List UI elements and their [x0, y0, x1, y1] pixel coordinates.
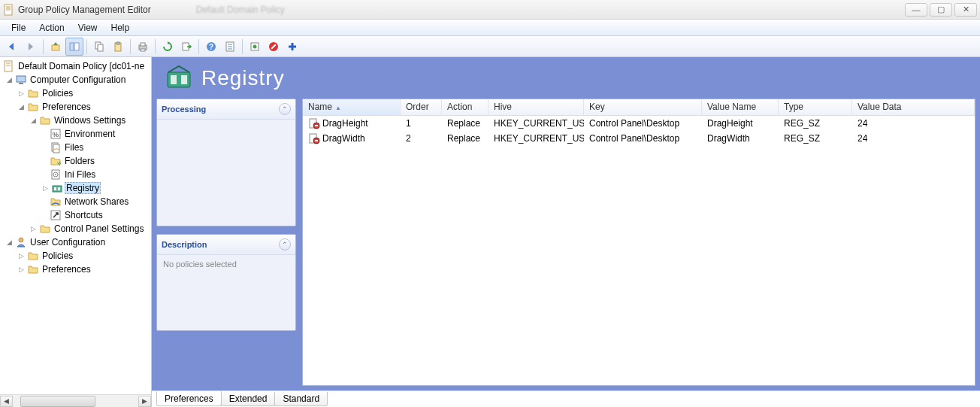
content-title: Registry — [201, 66, 285, 90]
col-name[interactable]: Name▲ — [303, 99, 401, 115]
tree-files[interactable]: Files — [2, 141, 150, 154]
window-title: Group Policy Management Editor — [18, 5, 151, 15]
tree-shortcuts[interactable]: Shortcuts — [2, 208, 150, 222]
minimize-button[interactable]: — — [905, 3, 927, 17]
col-action[interactable]: Action — [442, 99, 488, 115]
tree-root[interactable]: Default Domain Policy [dc01-ne — [2, 59, 150, 73]
scroll-thumb[interactable] — [20, 396, 95, 407]
collapse-icon[interactable]: ◢ — [17, 103, 26, 111]
col-valuedata[interactable]: Value Data — [852, 99, 975, 115]
up-button[interactable] — [47, 38, 65, 56]
col-type[interactable]: Type — [779, 99, 852, 115]
description-title: Description — [162, 240, 207, 249]
col-valuename[interactable]: Value Name — [702, 99, 779, 115]
col-hive[interactable]: Hive — [488, 99, 584, 115]
back-button[interactable] — [3, 38, 21, 56]
cell-order: 1 — [401, 118, 442, 129]
tree-windows-settings[interactable]: ◢ Windows Settings — [2, 114, 150, 127]
options-button[interactable] — [221, 38, 239, 56]
netshares-icon — [50, 196, 62, 208]
cell-name: DragWidth — [322, 133, 365, 144]
export-button[interactable] — [177, 38, 195, 56]
menu-bar: File Action View Help — [0, 20, 980, 36]
title-bar: Group Policy Management Editor Default D… — [0, 0, 980, 20]
filter-button[interactable] — [246, 38, 264, 56]
svg-rect-6 — [74, 43, 79, 50]
tree-network-shares[interactable]: Network Shares — [2, 195, 150, 208]
tree-preferences[interactable]: ◢ Preferences — [2, 100, 150, 114]
tree-folders[interactable]: Folders — [2, 154, 150, 168]
tree-ini-files[interactable]: Ini Files — [2, 168, 150, 181]
tree-user-policies[interactable]: ▷ Policies — [2, 249, 150, 263]
tab-preferences[interactable]: Preferences — [156, 391, 222, 406]
stop-button[interactable] — [265, 38, 283, 56]
policy-icon — [3, 60, 15, 72]
menu-action[interactable]: Action — [32, 21, 71, 35]
window-title-blur: Default Domain Policy — [196, 5, 285, 15]
tab-extended[interactable]: Extended — [221, 392, 276, 406]
scroll-right-button[interactable]: ▶ — [138, 396, 151, 407]
svg-point-39 — [55, 174, 56, 175]
tree-registry[interactable]: ▷ Registry — [2, 181, 150, 195]
tree-policies[interactable]: ▷ Policies — [2, 87, 150, 100]
tab-standard[interactable]: Standard — [274, 392, 328, 406]
bottom-tabs: Preferences Extended Standard — [152, 390, 980, 407]
expand-icon[interactable]: ▷ — [17, 90, 26, 97]
svg-rect-4 — [52, 45, 59, 50]
user-icon — [15, 236, 27, 248]
folders-icon — [50, 155, 62, 167]
cell-hive: HKEY_CURRENT_USER — [488, 118, 584, 129]
expand-icon[interactable]: ▷ — [17, 266, 26, 273]
ini-icon — [50, 169, 62, 181]
copy-button[interactable] — [90, 38, 108, 56]
print-button[interactable] — [134, 38, 152, 56]
cell-action: Replace — [442, 133, 488, 144]
add-button[interactable] — [283, 38, 301, 56]
folder-icon — [27, 250, 39, 262]
menu-help[interactable]: Help — [104, 21, 137, 35]
refresh-button[interactable] — [159, 38, 177, 56]
tree-user-config[interactable]: ◢ User Configuration — [2, 235, 150, 249]
svg-rect-53 — [315, 140, 318, 141]
cell-valuename: DragHeight — [702, 118, 779, 129]
list-row[interactable]: DragWidth2ReplaceHKEY_CURRENT_USERContro… — [303, 131, 975, 146]
collapse-icon[interactable]: ◢ — [29, 117, 38, 124]
help-button[interactable]: ? — [202, 38, 220, 56]
collapse-icon[interactable]: ◢ — [5, 76, 14, 84]
collapse-description-button[interactable]: ⌃ — [279, 238, 291, 251]
show-tree-button[interactable] — [65, 38, 83, 56]
description-panel: Description ⌃ No policies selected — [156, 234, 296, 331]
menu-file[interactable]: File — [5, 21, 32, 35]
list-row[interactable]: DragHeight1ReplaceHKEY_CURRENT_USERContr… — [303, 116, 975, 131]
close-button[interactable]: ✕ — [954, 3, 977, 17]
expand-icon[interactable]: ▷ — [29, 225, 38, 232]
col-order[interactable]: Order — [401, 99, 442, 115]
maximize-button[interactable]: ▢ — [930, 3, 952, 17]
svg-rect-28 — [5, 61, 12, 71]
description-text: No policies selected — [157, 255, 295, 330]
files-icon — [50, 141, 62, 153]
tree-control-panel-settings[interactable]: ▷ Control Panel Settings — [2, 222, 150, 235]
folder-icon — [27, 263, 39, 275]
tree-environment[interactable]: % Environment — [2, 127, 150, 141]
svg-rect-31 — [17, 76, 26, 82]
scroll-left-button[interactable]: ◀ — [0, 396, 13, 407]
tree-user-preferences[interactable]: ▷ Preferences — [2, 263, 150, 276]
menu-view[interactable]: View — [71, 21, 104, 35]
tree-computer-config[interactable]: ◢ Computer Configuration — [2, 73, 150, 87]
forward-button[interactable] — [22, 38, 40, 56]
paste-button[interactable] — [109, 38, 127, 56]
col-key[interactable]: Key — [584, 99, 702, 115]
collapse-processing-button[interactable]: ⌃ — [279, 103, 291, 115]
shortcuts-icon — [50, 209, 62, 221]
svg-rect-46 — [171, 75, 177, 84]
expand-icon[interactable]: ▷ — [41, 184, 50, 192]
folder-icon — [39, 223, 51, 235]
expand-icon[interactable]: ▷ — [17, 252, 26, 260]
tree-hscrollbar[interactable]: ◀ ▶ — [0, 394, 151, 407]
collapse-icon[interactable]: ◢ — [5, 238, 14, 246]
toolbar: ? — [0, 36, 980, 57]
svg-rect-10 — [116, 42, 119, 44]
svg-rect-13 — [141, 49, 145, 51]
svg-rect-32 — [19, 83, 23, 84]
